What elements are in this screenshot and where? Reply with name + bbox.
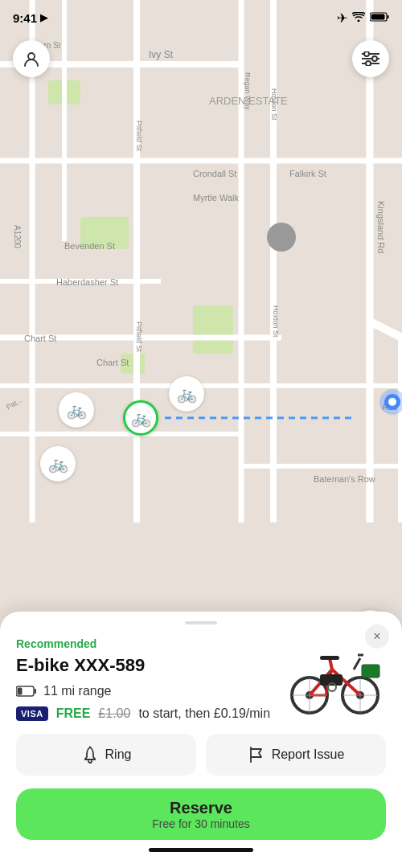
svg-line-75 [354,658,360,669]
bell-icon [81,746,99,764]
reserve-label: Reserve [170,799,232,817]
actions-row: Ring Report Issue [16,734,386,776]
report-button[interactable]: Report Issue [206,734,386,776]
battery-icon [370,10,389,25]
svg-text:Haberdasher St: Haberdasher St [56,277,118,287]
svg-point-46 [28,53,35,59]
status-time: 9:41 ▶ [13,11,47,25]
price-free: FREE [56,706,91,721]
location-arrow-icon: ▶ [40,12,47,23]
home-indicator [149,848,253,852]
bike-range-row: 11 mi range [16,684,281,698]
ring-button[interactable]: Ring [16,734,196,776]
svg-rect-74 [320,656,339,660]
ring-label: Ring [105,747,132,762]
svg-text:Crondall St: Crondall St [193,169,236,178]
bike-marker[interactable]: 🚲 [169,376,204,411]
bike-marker[interactable]: 🚲 [40,446,76,481]
svg-point-39 [267,223,296,252]
map-area[interactable]: Ivy St Mintern St ARDEN ESTATE Regan Way… [0,0,402,522]
svg-point-42 [388,398,396,406]
bike-image [281,637,386,718]
svg-text:Regan Way: Regan Way [244,72,252,110]
bike-info-row: Recommended E-bike XXX-589 11 mi range V… [16,637,386,734]
svg-point-50 [364,51,369,56]
svg-point-52 [366,61,371,66]
reserve-button[interactable]: Reserve Free for 30 minutes [16,788,386,840]
time-display: 9:41 [13,11,37,25]
svg-text:Hoxton St: Hoxton St [272,305,280,338]
svg-text:Pitfield St: Pitfield St [135,121,143,152]
report-label: Report Issue [272,747,345,762]
bike-name: E-bike XXX-589 [16,655,281,676]
svg-text:A1200: A1200 [13,225,22,248]
svg-text:Bateman's Row: Bateman's Row [314,474,375,484]
svg-rect-64 [18,688,23,695]
bike-marker-highlighted[interactable]: 🚲 [123,400,158,436]
svg-line-73 [330,658,332,669]
battery-low-icon [16,685,37,698]
svg-text:Bevenden St: Bevenden St [64,241,115,251]
svg-text:Falkirk St: Falkirk St [289,169,326,178]
bike-marker[interactable]: 🚲 [59,392,94,428]
svg-text:Myrtle Walk: Myrtle Walk [193,193,240,203]
visa-badge: VISA [16,706,48,721]
svg-text:Kingsland Rd: Kingsland Rd [376,201,386,253]
svg-text:Chart St: Chart St [96,358,129,367]
price-row: VISA FREE £1.00 to start, then £0.19/min [16,706,281,721]
svg-rect-45 [371,14,385,20]
reserve-sub-label: Free for 30 minutes [152,817,249,830]
range-text: 11 mi range [43,684,112,698]
filter-button[interactable] [352,40,389,77]
svg-rect-0 [0,0,402,522]
svg-text:Ivy St: Ivy St [149,49,174,60]
flag-icon [248,746,265,764]
bike-details: Recommended E-bike XXX-589 11 mi range V… [16,637,281,734]
svg-rect-63 [35,689,37,694]
status-icons: ✈ [337,10,389,26]
svg-text:Hoxton St: Hoxton St [270,88,278,121]
svg-point-51 [372,56,377,61]
svg-text:Pitfield St: Pitfield St [135,321,143,353]
svg-rect-2 [193,305,233,354]
profile-button[interactable] [13,40,50,77]
close-button[interactable]: × [365,624,389,649]
status-bar: 9:41 ▶ ✈ [0,0,402,35]
recommended-label: Recommended [16,637,281,650]
svg-rect-44 [388,15,389,18]
price-then: to start, then £0.19/min [138,706,270,721]
bottom-sheet: × Recommended E-bike XXX-589 11 mi range… [0,612,402,868]
plane-icon: ✈ [337,10,347,26]
svg-text:Chart St: Chart St [24,334,56,343]
price-crossed: £1.00 [98,706,130,721]
sheet-handle [185,621,217,624]
wifi-icon [352,10,365,25]
svg-rect-77 [362,665,379,678]
